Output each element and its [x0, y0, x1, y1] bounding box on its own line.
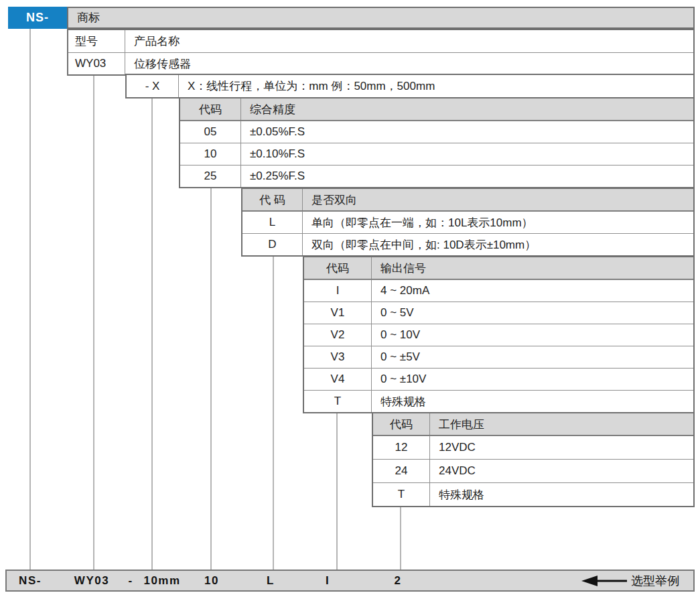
voltage-table: 代码 工作电压 12 12VDC 24 24VDC T 特殊规格 [372, 412, 695, 507]
table-row: 05 ±0.05%F.S [180, 121, 693, 143]
table-row: - X X：线性行程，单位为：mm 例：50mm，500mm [127, 75, 693, 97]
connector-line-prefix [29, 29, 31, 570]
code-cell: V1 [304, 302, 372, 324]
value-cell: ±0.10%F.S [241, 143, 693, 165]
example-segment-dash: - [128, 574, 133, 588]
table-row: 24 24VDC [373, 459, 693, 482]
accuracy-table: 代码 综合精度 05 ±0.05%F.S 10 ±0.10%F.S 25 ±0.… [179, 97, 695, 188]
table-row: 12 12VDC [373, 436, 693, 459]
stroke-desc-cell: X：线性行程，单位为：mm 例：50mm，500mm [179, 75, 693, 97]
value-cell: 0 ~ ±10V [372, 369, 693, 390]
code-cell: V2 [304, 324, 372, 346]
value-cell: 双向（即零点在中间，如: 10D表示±10mm） [303, 234, 693, 255]
table-row: WY03 位移传感器 [68, 52, 693, 74]
product-name-header: 产品名称 [125, 30, 693, 52]
table-row: 型号 产品名称 [68, 30, 693, 52]
code-cell: 10 [180, 143, 241, 165]
table-row: T 特殊规格 [373, 482, 693, 506]
example-caption: 选型举例 [631, 573, 679, 589]
direction-column-header: 是否双向 [303, 189, 693, 210]
table-row: V3 0 ~ ±5V [304, 346, 693, 368]
code-column-header: 代 码 [242, 189, 303, 210]
code-cell: L [242, 212, 303, 233]
code-column-header: 代码 [373, 413, 430, 435]
value-cell: 特殊规格 [430, 483, 693, 506]
connector-line-voltage [400, 505, 401, 570]
code-cell: T [304, 391, 372, 412]
value-cell: 4 ~ 20mA [372, 280, 693, 302]
left-arrow-tail [596, 580, 627, 582]
example-segment-accuracy: 10 [204, 574, 219, 588]
prefix-badge: NS- [8, 7, 67, 29]
value-cell: 单向（即零点在一端，如：10L表示10mm） [303, 212, 693, 233]
value-cell: 24VDC [430, 460, 693, 482]
code-cell: 25 [180, 165, 241, 187]
product-name-cell: 位移传感器 [125, 53, 693, 74]
output-signal-table: 代码 输出信号 I 4 ~ 20mA V1 0 ~ 5V V2 0 ~ 10V … [303, 256, 695, 413]
example-segment-direction: L [267, 574, 275, 588]
code-cell: V4 [304, 369, 372, 390]
table-row: 25 ±0.25%F.S [180, 165, 693, 187]
value-cell: ±0.05%F.S [241, 121, 693, 143]
direction-table: 代 码 是否双向 L 单向（即零点在一端，如：10L表示10mm） D 双向（即… [241, 188, 695, 257]
left-arrow-icon [581, 576, 598, 586]
connector-line-stroke [151, 96, 153, 570]
table-row: V1 0 ~ 5V [304, 302, 693, 324]
code-cell: I [304, 280, 372, 302]
value-cell: 0 ~ 10V [372, 324, 693, 346]
table-row: D 双向（即零点在中间，如: 10D表示±10mm） [242, 233, 693, 255]
value-cell: 特殊规格 [372, 391, 693, 412]
model-table: 型号 产品名称 WY03 位移传感器 [67, 29, 695, 76]
table-row: V4 0 ~ ±10V [304, 368, 693, 390]
example-segment-output: I [326, 574, 330, 588]
table-header-row: 代 码 是否双向 [242, 189, 693, 211]
connector-line-model [93, 73, 94, 570]
example-segment-model: WY03 [74, 574, 109, 588]
accuracy-column-header: 综合精度 [241, 98, 693, 120]
value-cell: 0 ~ 5V [372, 302, 693, 324]
example-segment-prefix: NS- [19, 574, 42, 588]
value-cell: ±0.25%F.S [241, 165, 693, 187]
output-column-header: 输出信号 [372, 257, 693, 279]
brand-header: 商标 [67, 7, 695, 29]
connector-line-accuracy [210, 186, 212, 570]
stroke-code-cell: - X [127, 75, 179, 97]
table-header-row: 代码 综合精度 [180, 98, 693, 121]
example-segment-voltage: 2 [395, 574, 402, 588]
brand-header-label: 商标 [77, 10, 100, 25]
voltage-column-header: 工作电压 [430, 413, 693, 435]
table-row: 10 ±0.10%F.S [180, 143, 693, 165]
example-segment-stroke: 10mm [143, 574, 180, 588]
table-header-row: 代码 输出信号 [304, 257, 693, 279]
table-row: I 4 ~ 20mA [304, 279, 693, 302]
model-code-cell: WY03 [68, 53, 125, 74]
value-cell: 12VDC [430, 436, 693, 459]
table-row: T 特殊规格 [304, 390, 693, 412]
code-column-header: 代码 [180, 98, 241, 120]
code-cell: T [373, 483, 430, 506]
code-cell: D [242, 234, 303, 255]
model-col-header: 型号 [68, 30, 125, 52]
code-cell: V3 [304, 346, 372, 368]
stroke-row: - X X：线性行程，单位为：mm 例：50mm，500mm [125, 74, 695, 98]
code-cell: 12 [373, 436, 430, 459]
code-column-header: 代码 [304, 257, 372, 279]
code-cell: 24 [373, 460, 430, 482]
connector-line-output [336, 411, 338, 570]
code-cell: 05 [180, 121, 241, 143]
table-row: L 单向（即零点在一端，如：10L表示10mm） [242, 211, 693, 233]
table-row: V2 0 ~ 10V [304, 324, 693, 346]
value-cell: 0 ~ ±5V [372, 346, 693, 368]
connector-line-direction [273, 254, 274, 570]
ordering-code-diagram: NS- 商标 型号 产品名称 WY03 位移传感器 - X X：线性行程，单位为… [0, 0, 700, 599]
prefix-label: NS- [26, 11, 49, 25]
example-code-bar: NS- WY03 - 10mm 10 L I 2 选型举例 [5, 570, 695, 592]
table-header-row: 代码 工作电压 [373, 413, 693, 436]
